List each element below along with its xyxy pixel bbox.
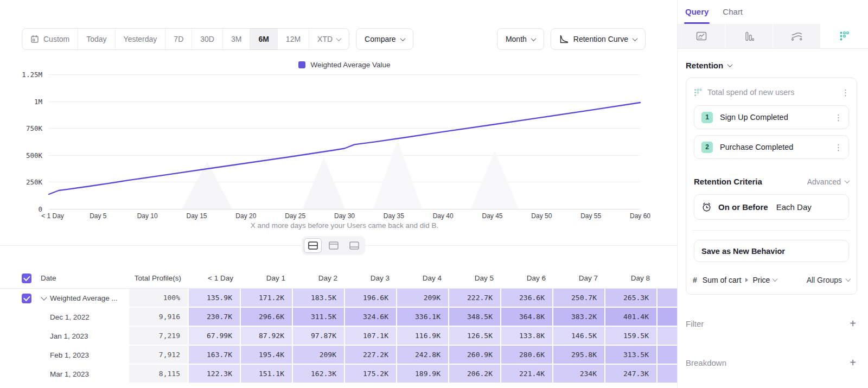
step-event-label: Sign Up Completed xyxy=(720,113,827,122)
behavior-step-1[interactable]: 1Sign Up Completed⋮ xyxy=(694,105,849,129)
table-row[interactable]: Jan 1, 20237,21967.99K87.92K97.87K107.1K… xyxy=(0,327,677,346)
row-select-cell xyxy=(22,365,38,384)
select-all-checkbox[interactable] xyxy=(22,273,31,283)
table-row[interactable]: Weighted Average ...100%135.9K171.2K183.… xyxy=(0,289,677,308)
advanced-dropdown[interactable]: Advanced xyxy=(807,177,849,186)
column-header-day-2[interactable]: Day 2 xyxy=(293,268,345,288)
layout-chart-only-button[interactable] xyxy=(324,238,342,253)
behavior-step-2[interactable]: 2Purchase Completed⋮ xyxy=(694,135,849,159)
retention-value-cell: 175.2K xyxy=(345,365,397,384)
tab-query[interactable]: Query xyxy=(685,7,709,24)
total-profiles-cell: 8,115 xyxy=(129,365,189,384)
main-content-area: CustomTodayYesterday7D30D3M6M12MXTD Comp… xyxy=(0,0,677,388)
total-profiles-cell: 100% xyxy=(129,289,189,308)
total-profiles-cell: 7,219 xyxy=(129,327,189,346)
add-filter-button[interactable]: + xyxy=(850,317,856,330)
filter-section[interactable]: Filter + xyxy=(686,317,856,330)
expand-chevron-icon[interactable] xyxy=(41,294,47,300)
row-label: Jan 1, 2023 xyxy=(50,327,129,346)
clipped-day-cell xyxy=(658,308,677,327)
group-dropdown[interactable]: All Groups xyxy=(807,276,850,284)
column-header-day-1[interactable]: Day 1 xyxy=(241,268,293,288)
row-select-cell xyxy=(22,289,38,308)
retention-value-cell: 313.5K xyxy=(605,346,658,365)
row-label: Weighted Average ... xyxy=(50,289,129,308)
column-header-day-5[interactable]: Day 5 xyxy=(449,268,501,288)
column-header-day-7[interactable]: Day 7 xyxy=(553,268,605,288)
retention-value-cell: 221.4K xyxy=(501,365,553,384)
column-header-day-6[interactable]: Day 6 xyxy=(501,268,553,288)
retention-value-cell: 183.5K xyxy=(293,289,345,308)
retention-value-cell: 122.3K xyxy=(189,365,241,384)
alarm-clock-icon xyxy=(701,202,712,212)
watermark-shape xyxy=(373,140,422,209)
tab-retention[interactable] xyxy=(821,24,868,48)
retention-timing-selector[interactable]: On or Before Each Day xyxy=(694,194,849,220)
column-header-day-8[interactable]: Day 8 xyxy=(605,268,658,288)
retention-value-cell: 189.9K xyxy=(397,365,449,384)
row-select-cell xyxy=(22,346,38,365)
row-expand-cell xyxy=(38,327,50,346)
behavior-card: Total spend of new users ⋮ 1Sign Up Comp… xyxy=(686,78,857,295)
retention-value-cell: 195.4K xyxy=(241,346,293,365)
column-header-total-profile-s-[interactable]: Total Profile(s) xyxy=(129,268,189,288)
kebab-menu-icon[interactable]: ⋮ xyxy=(834,113,842,122)
chart-only-icon xyxy=(329,241,339,250)
column-header-day-3[interactable]: Day 3 xyxy=(345,268,397,288)
retention-section-title: Retention xyxy=(686,61,723,70)
retention-value-cell: 336.1K xyxy=(397,308,449,327)
table-row[interactable]: Mar 1, 20238,115122.3K151.1K162.3K175.2K… xyxy=(0,365,677,384)
tab-insights[interactable] xyxy=(678,24,725,48)
row-checkbox[interactable] xyxy=(22,294,31,303)
clipped-day-cell xyxy=(658,346,677,365)
group-label: All Groups xyxy=(807,276,842,284)
retention-value-cell: 364.8K xyxy=(501,308,553,327)
chevron-down-icon xyxy=(773,276,778,282)
retention-value-cell: 126.5K xyxy=(449,327,501,346)
step-number-badge: 2 xyxy=(701,142,713,153)
tab-chart[interactable]: Chart xyxy=(723,7,743,24)
retention-value-cell: 171.2K xyxy=(241,289,293,308)
retention-value-cell: 401.4K xyxy=(605,308,658,327)
retention-value-cell: 230.7K xyxy=(189,308,241,327)
total-profiles-cell: 7,912 xyxy=(129,346,189,365)
watermark-shape xyxy=(303,157,345,209)
funnels-icon xyxy=(744,31,754,41)
add-breakdown-button[interactable]: + xyxy=(850,357,856,369)
filter-label: Filter xyxy=(686,319,850,328)
retention-value-cell: 242.8K xyxy=(397,346,449,365)
breakdown-label: Breakdown xyxy=(686,358,850,367)
header-sliver xyxy=(658,268,677,288)
behavior-icon xyxy=(694,88,702,97)
flows-icon xyxy=(791,32,802,41)
measure-subproperty: Price xyxy=(752,276,770,284)
layout-split-view-button[interactable] xyxy=(304,238,322,253)
kebab-menu-icon[interactable]: ⋮ xyxy=(841,88,849,97)
retention-value-cell: 87.92K xyxy=(241,327,293,346)
retention-value-cell: 206.2K xyxy=(449,365,501,384)
retention-value-cell: 135.9K xyxy=(189,289,241,308)
layout-table-only-button[interactable] xyxy=(345,238,363,253)
breakdown-section[interactable]: Breakdown + xyxy=(686,357,856,369)
column-header-day-4[interactable]: Day 4 xyxy=(397,268,449,288)
retention-value-cell: 133.8K xyxy=(501,327,553,346)
kebab-menu-icon[interactable]: ⋮ xyxy=(834,143,842,151)
save-as-new-behavior-button[interactable]: Save as New Behavior xyxy=(694,240,849,262)
clipped-day-cell xyxy=(658,327,677,346)
column-header-date[interactable]: Date xyxy=(41,268,129,288)
measure-property-dropdown[interactable]: Sum of cart Price xyxy=(703,276,777,284)
behavior-title: Total spend of new users xyxy=(707,88,836,97)
retention-value-cell: 163.7K xyxy=(189,346,241,365)
chart-caption: X and more days before your Users came b… xyxy=(49,221,640,230)
retention-value-cell: 311.5K xyxy=(293,308,345,327)
retention-icon xyxy=(839,31,850,41)
retention-section-header[interactable]: Retention xyxy=(678,49,868,70)
table-row[interactable]: Feb 1, 20237,912163.7K195.4K209K227.2K24… xyxy=(0,346,677,365)
tab-funnels[interactable] xyxy=(725,24,773,48)
tab-flows[interactable] xyxy=(773,24,821,48)
measure-property: Sum of cart xyxy=(703,276,742,284)
clipped-day-cell xyxy=(658,365,677,384)
table-row[interactable]: Dec 1, 20229,916230.7K296.6K311.5K324.6K… xyxy=(0,308,677,327)
retention-value-cell: 295.8K xyxy=(553,346,605,365)
column-header--1-day[interactable]: < 1 Day xyxy=(189,268,241,288)
